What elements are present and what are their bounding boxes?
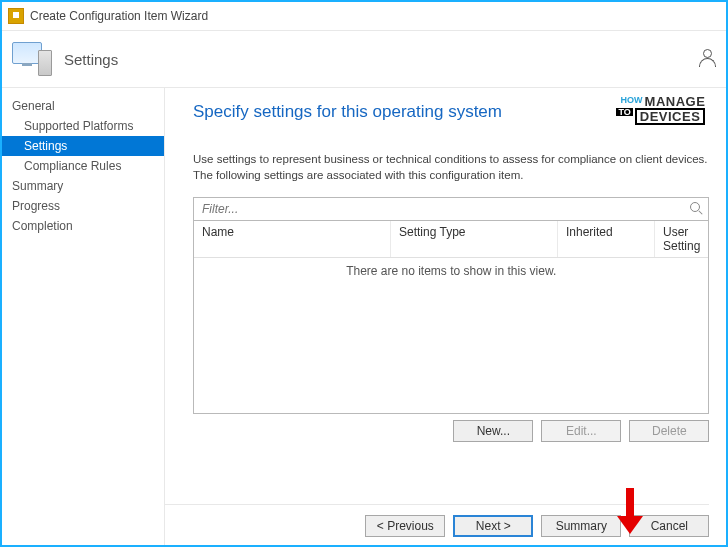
- wizard-window: Create Configuration Item Wizard Setting…: [0, 0, 728, 547]
- sidebar-item-summary[interactable]: Summary: [2, 176, 164, 196]
- listview-header: Name Setting Type Inherited User Setting: [194, 221, 708, 258]
- new-button[interactable]: New...: [453, 420, 533, 442]
- watermark-logo: HOWMANAGE TODEVICES: [616, 96, 705, 125]
- person-icon: [698, 49, 716, 67]
- sidebar-item-completion[interactable]: Completion: [2, 216, 164, 236]
- title-bar: Create Configuration Item Wizard: [2, 2, 726, 31]
- settings-listview[interactable]: Name Setting Type Inherited User Setting…: [193, 221, 709, 414]
- wizard-body: General Supported Platforms Settings Com…: [2, 88, 726, 547]
- listview-empty-text: There are no items to show in this view.: [194, 258, 708, 413]
- delete-button: Delete: [629, 420, 709, 442]
- list-action-buttons: New... Edit... Delete: [193, 420, 709, 442]
- sidebar-item-supported-platforms[interactable]: Supported Platforms: [2, 116, 164, 136]
- page-description: Use settings to represent business or te…: [193, 152, 709, 183]
- previous-button[interactable]: < Previous: [365, 515, 445, 537]
- sidebar-item-compliance-rules[interactable]: Compliance Rules: [2, 156, 164, 176]
- app-icon: [8, 8, 24, 24]
- column-inherited[interactable]: Inherited: [558, 221, 655, 257]
- summary-button[interactable]: Summary: [541, 515, 621, 537]
- search-icon[interactable]: [690, 202, 704, 216]
- cancel-button[interactable]: Cancel: [629, 515, 709, 537]
- sidebar-item-settings[interactable]: Settings: [2, 136, 164, 156]
- next-button[interactable]: Next >: [453, 515, 533, 537]
- column-user-setting[interactable]: User Setting: [655, 221, 708, 257]
- column-name[interactable]: Name: [194, 221, 391, 257]
- watermark-to: TO: [616, 108, 632, 116]
- wizard-footer: < Previous Next > Summary Cancel: [165, 504, 709, 537]
- window-title: Create Configuration Item Wizard: [30, 9, 208, 23]
- edit-button: Edit...: [541, 420, 621, 442]
- wizard-sidebar: General Supported Platforms Settings Com…: [2, 88, 165, 547]
- watermark-how: HOW: [621, 96, 643, 105]
- header-step-label: Settings: [64, 51, 118, 68]
- wizard-content: HOWMANAGE TODEVICES Specify settings for…: [165, 88, 727, 547]
- filter-input[interactable]: [200, 201, 690, 217]
- wizard-header: Settings: [2, 31, 726, 88]
- sidebar-item-general[interactable]: General: [2, 96, 164, 116]
- sidebar-item-progress[interactable]: Progress: [2, 196, 164, 216]
- computer-icon: [12, 42, 52, 76]
- column-setting-type[interactable]: Setting Type: [391, 221, 558, 257]
- filter-row: [193, 197, 709, 221]
